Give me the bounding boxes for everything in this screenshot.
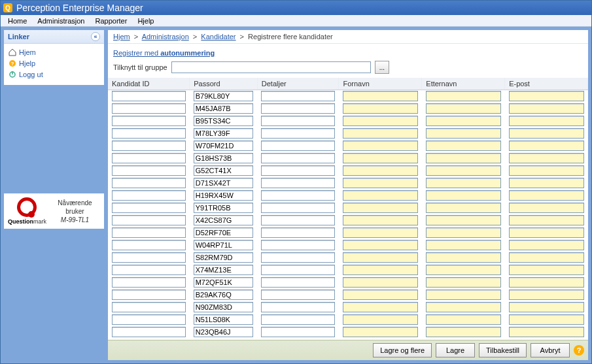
reset-button[interactable]: Tilbakestill [479,343,527,357]
column-fornavn[interactable]: Fornavn [339,78,422,90]
kandidat-id-input[interactable] [112,103,186,114]
epost-input[interactable] [509,327,584,337]
kandidat-id-input[interactable] [112,277,186,288]
fornavn-input[interactable] [343,215,418,225]
etternavn-input[interactable] [426,190,501,201]
detaljer-input[interactable] [261,178,335,188]
menu-help[interactable]: Hjelp [133,16,158,25]
fornavn-input[interactable] [343,116,418,126]
etternavn-input[interactable] [426,290,501,300]
etternavn-input[interactable] [426,327,501,337]
kandidat-id-input[interactable] [112,240,186,250]
etternavn-input[interactable] [426,141,501,151]
column-epost[interactable]: E-post [505,78,588,90]
epost-input[interactable] [509,128,584,139]
kandidat-id-input[interactable] [112,190,186,201]
fornavn-input[interactable] [343,178,418,188]
passord-input[interactable] [194,227,254,238]
detaljer-input[interactable] [261,314,335,325]
epost-input[interactable] [509,265,584,275]
kandidat-id-input[interactable] [112,153,186,163]
fornavn-input[interactable] [343,277,418,288]
kandidat-id-input[interactable] [112,128,186,139]
fornavn-input[interactable] [343,227,418,238]
fornavn-input[interactable] [343,302,418,312]
save-button[interactable]: Lagre [436,343,475,357]
etternavn-input[interactable] [426,128,501,139]
passord-input[interactable] [194,153,254,163]
kandidat-id-input[interactable] [112,252,186,263]
passord-input[interactable] [194,265,254,275]
epost-input[interactable] [509,240,584,250]
fornavn-input[interactable] [343,153,418,163]
detaljer-input[interactable] [261,141,335,151]
passord-input[interactable] [194,91,254,101]
menu-admin[interactable]: Administrasjon [33,16,89,25]
group-browse-button[interactable]: ... [375,61,389,74]
passord-input[interactable] [194,141,254,151]
epost-input[interactable] [509,116,584,126]
kandidat-id-input[interactable] [112,141,186,151]
epost-input[interactable] [509,314,584,325]
passord-input[interactable] [194,215,254,225]
passord-input[interactable] [194,165,254,176]
detaljer-input[interactable] [261,116,335,126]
passord-input[interactable] [194,128,254,139]
footer-help-icon[interactable]: ? [574,345,584,356]
detaljer-input[interactable] [261,190,335,201]
etternavn-input[interactable] [426,252,501,263]
epost-input[interactable] [509,203,584,213]
fornavn-input[interactable] [343,91,418,101]
column-passord[interactable]: Passord [190,78,258,90]
breadcrumb-admin[interactable]: Administrasjon [142,33,189,41]
etternavn-input[interactable] [426,314,501,325]
passord-input[interactable] [194,178,254,188]
detaljer-input[interactable] [261,165,335,176]
epost-input[interactable] [509,165,584,176]
kandidat-id-input[interactable] [112,165,186,176]
column-etternavn[interactable]: Etternavn [422,78,505,90]
passord-input[interactable] [194,314,254,325]
passord-input[interactable] [194,203,254,213]
fornavn-input[interactable] [343,314,418,325]
fornavn-input[interactable] [343,165,418,176]
epost-input[interactable] [509,103,584,114]
etternavn-input[interactable] [426,116,501,126]
detaljer-input[interactable] [261,327,335,337]
fornavn-input[interactable] [343,240,418,250]
fornavn-input[interactable] [343,265,418,275]
detaljer-input[interactable] [261,153,335,163]
collapse-icon[interactable]: « [91,32,100,41]
detaljer-input[interactable] [261,215,335,225]
epost-input[interactable] [509,153,584,163]
etternavn-input[interactable] [426,165,501,176]
epost-input[interactable] [509,141,584,151]
kandidat-id-input[interactable] [112,91,186,101]
etternavn-input[interactable] [426,302,501,312]
fornavn-input[interactable] [343,141,418,151]
etternavn-input[interactable] [426,277,501,288]
sidebar-item-loggut[interactable]: Logg ut [8,69,100,80]
etternavn-input[interactable] [426,215,501,225]
detaljer-input[interactable] [261,91,335,101]
epost-input[interactable] [509,190,584,201]
passord-input[interactable] [194,103,254,114]
kandidat-id-input[interactable] [112,302,186,312]
etternavn-input[interactable] [426,203,501,213]
passord-input[interactable] [194,240,254,250]
epost-input[interactable] [509,91,584,101]
epost-input[interactable] [509,277,584,288]
kandidat-id-input[interactable] [112,327,186,337]
epost-input[interactable] [509,290,584,300]
etternavn-input[interactable] [426,153,501,163]
breadcrumb-kandidater[interactable]: Kandidater [201,33,235,41]
kandidat-id-input[interactable] [112,178,186,188]
group-input[interactable] [171,61,371,73]
epost-input[interactable] [509,178,584,188]
kandidat-id-input[interactable] [112,215,186,225]
epost-input[interactable] [509,252,584,263]
fornavn-input[interactable] [343,327,418,337]
sidebar-item-hjem[interactable]: Hjem [8,46,100,58]
save-more-button[interactable]: Lagre og flere [373,343,432,357]
detaljer-input[interactable] [261,302,335,312]
